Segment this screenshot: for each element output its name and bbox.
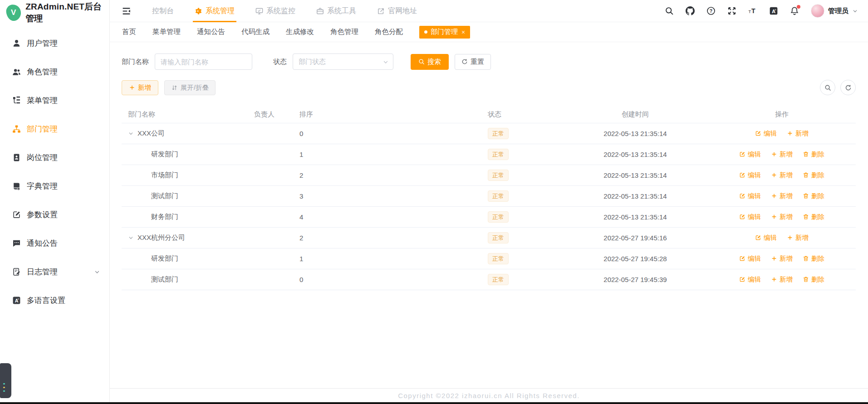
edit-action[interactable]: 编辑 — [739, 171, 761, 180]
add-action[interactable]: 新增 — [787, 129, 809, 138]
sidebar-item-params[interactable]: 参数设置 — [0, 200, 109, 229]
sidebar-item-label: 岗位管理 — [27, 152, 58, 163]
nav-item-label: 系统监控 — [266, 6, 295, 16]
action-label: 编辑 — [748, 171, 761, 180]
tab-1[interactable]: 菜单管理 — [152, 27, 181, 37]
tab-3[interactable]: 代码生成 — [241, 27, 270, 37]
reset-button-label: 重置 — [471, 58, 484, 66]
question-button[interactable]: ? — [706, 6, 716, 15]
avatar[interactable] — [811, 4, 824, 18]
delete-action[interactable]: 删除 — [803, 150, 824, 159]
nav-item-label: 控制台 — [152, 6, 174, 16]
status-cell: 正常 — [481, 190, 563, 202]
sidebar-item-posts[interactable]: 岗位管理 — [0, 143, 109, 172]
sidebar-item-roles[interactable]: 角色管理 — [0, 58, 109, 86]
status-cell: 正常 — [481, 232, 563, 243]
app-logo: V — [5, 4, 22, 22]
add-action[interactable]: 新增 — [771, 192, 793, 200]
tab-6[interactable]: 角色分配 — [375, 27, 403, 37]
status-cell: 正常 — [481, 211, 563, 223]
tab-5[interactable]: 角色管理 — [330, 27, 358, 37]
user-menu[interactable]: 管理员 — [811, 4, 858, 18]
close-icon[interactable]: × — [461, 29, 465, 36]
translate-button[interactable]: Ax — [769, 6, 778, 15]
status-select[interactable]: 部门状态 — [293, 54, 393, 70]
tab-4[interactable]: 生成修改 — [286, 27, 314, 37]
nav-item-system-admin[interactable]: 系统管理 — [195, 0, 235, 22]
sidebar-item-menus[interactable]: 菜单管理 — [0, 86, 109, 115]
add-action[interactable]: 新增 — [771, 275, 793, 284]
plus-icon — [771, 214, 777, 220]
sidebar-item-logs[interactable]: 日志管理 — [0, 258, 109, 286]
delete-action[interactable]: 删除 — [803, 213, 824, 221]
sidebar-item-users[interactable]: 用户管理 — [0, 29, 109, 58]
add-action[interactable]: 新增 — [787, 234, 809, 242]
action-label: 新增 — [795, 129, 809, 138]
dept-name: 市场部门 — [151, 171, 178, 180]
toggle-search-button[interactable] — [820, 80, 835, 95]
tab-active-depts[interactable]: 部门管理× — [419, 26, 470, 39]
edit-action[interactable]: 编辑 — [755, 234, 777, 242]
tree-toggle-icon[interactable] — [128, 131, 134, 136]
action-label: 编辑 — [764, 129, 777, 138]
bell-button[interactable] — [790, 6, 799, 15]
edit-action[interactable]: 编辑 — [739, 254, 761, 263]
floating-widget[interactable] — [0, 363, 11, 398]
add-action[interactable]: 新增 — [771, 254, 793, 263]
dept-name-cell: XXX公司 — [122, 129, 254, 138]
edit-action[interactable]: 编辑 — [755, 129, 777, 138]
delete-action[interactable]: 删除 — [803, 192, 824, 200]
trash-icon — [803, 172, 809, 178]
nav-item-site-link[interactable]: 官网地址 — [377, 0, 417, 22]
expand-collapse-button[interactable]: 展开/折叠 — [164, 80, 216, 95]
column-header: 负责人 — [254, 110, 299, 119]
github-button[interactable] — [686, 6, 695, 15]
sidebar-item-i18n[interactable]: Ax多语言设置 — [0, 286, 109, 315]
sidebar-item-notice[interactable]: 通知公告 — [0, 229, 109, 258]
add-button[interactable]: 新增 — [122, 80, 158, 95]
edit-action[interactable]: 编辑 — [739, 275, 761, 284]
font-size-button[interactable]: TT — [748, 6, 757, 15]
fullscreen-button[interactable] — [727, 6, 736, 15]
nav-item-console[interactable]: 控制台 — [152, 0, 174, 22]
notice-icon — [12, 239, 21, 248]
edit-action[interactable]: 编辑 — [739, 192, 761, 200]
tree-toggle-icon[interactable] — [128, 235, 134, 241]
edit-icon — [739, 276, 745, 282]
add-action[interactable]: 新增 — [771, 150, 793, 159]
delete-action[interactable]: 删除 — [803, 254, 824, 263]
header-tools: ?TTAx — [665, 6, 799, 15]
sidebar-item-depts[interactable]: 部门管理 — [0, 115, 109, 143]
search-button[interactable] — [665, 6, 674, 15]
edit-icon — [739, 151, 745, 157]
nav-item-system-monitor[interactable]: 系统监控 — [255, 0, 295, 22]
sidebar-item-label: 参数设置 — [27, 209, 58, 220]
sidebar-item-label: 日志管理 — [27, 267, 58, 277]
gear-icon — [195, 7, 202, 15]
search-button[interactable]: 搜索 — [411, 54, 449, 70]
status-badge: 正常 — [488, 190, 509, 202]
tab-2[interactable]: 通知公告 — [197, 27, 225, 37]
action-label: 删除 — [811, 171, 824, 180]
edit-action[interactable]: 编辑 — [739, 150, 761, 159]
edit-action[interactable]: 编辑 — [739, 213, 761, 221]
add-action[interactable]: 新增 — [771, 213, 793, 221]
sidebar-item-label: 角色管理 — [27, 67, 58, 77]
app-title: ZRAdmin.NET后台管理 — [25, 1, 109, 24]
dept-name-input[interactable] — [155, 54, 252, 70]
reset-button[interactable]: 重置 — [455, 54, 491, 70]
delete-action[interactable]: 删除 — [803, 171, 824, 180]
filter-row: 部门名称 状态 部门状态 搜索 重置 — [122, 54, 856, 70]
refresh-table-button[interactable] — [840, 80, 856, 95]
status-badge: 正常 — [488, 211, 509, 223]
svg-text:?: ? — [710, 9, 712, 14]
logo-row[interactable]: V ZRAdmin.NET后台管理 — [0, 0, 109, 25]
tab-0[interactable]: 首页 — [122, 27, 136, 37]
sidebar-collapse-icon[interactable] — [122, 6, 131, 16]
order-cell: 2 — [299, 171, 481, 179]
add-action[interactable]: 新增 — [771, 171, 793, 180]
created-cell: 2022-05-13 21:35:14 — [563, 130, 708, 137]
delete-action[interactable]: 删除 — [803, 275, 824, 284]
sidebar-item-dict[interactable]: 字典管理 — [0, 172, 109, 200]
nav-item-system-tools[interactable]: 系统工具 — [316, 0, 356, 22]
